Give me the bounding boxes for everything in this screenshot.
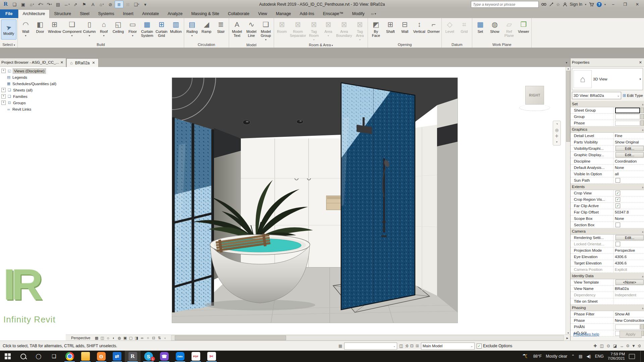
model-text-button[interactable]: AModelText <box>230 19 244 38</box>
property-value-detail-level[interactable]: Fine <box>613 133 644 139</box>
render-icon[interactable]: ◍ <box>116 336 122 340</box>
zalo-taskbar-button[interactable]: Zalo <box>172 351 188 362</box>
select-links-icon[interactable]: ✚ <box>593 344 597 348</box>
expand-icon[interactable]: + <box>1 101 6 105</box>
print-icon[interactable]: ▤ <box>54 1 62 8</box>
ramp-button[interactable]: ◢Ramp <box>199 19 214 34</box>
sidebar-item-sheets[interactable]: +❏Sheets (all) <box>0 87 66 93</box>
ph-n-input[interactable] <box>615 324 640 329</box>
reveal-hidden-icon[interactable]: ○ <box>145 336 151 340</box>
window-button[interactable]: ⊞Window <box>47 19 62 34</box>
model-line-button[interactable]: ∿ModelLine <box>244 19 259 38</box>
ribbon-tab-modify[interactable]: Modify <box>348 10 369 18</box>
property-value-parts-visibility[interactable]: Show Original <box>613 139 644 145</box>
expand-icon[interactable]: + <box>1 69 6 73</box>
ribbon-tab-architecture[interactable]: Architecture <box>18 9 50 18</box>
section-chevron-icon[interactable]: » <box>641 230 644 233</box>
help-caret-icon[interactable]: ▾ <box>604 3 606 6</box>
temporary-view-properties-icon[interactable]: ⊡ <box>151 336 156 340</box>
property-title-on-sheet[interactable]: Title on Sheet <box>571 298 644 305</box>
property-camera-position[interactable]: Camera PositionExplicit <box>571 266 644 273</box>
show-desktop-button[interactable] <box>640 351 642 362</box>
select-by-face-icon[interactable]: ◪ <box>613 344 617 348</box>
skype-taskbar-button[interactable]: S1 <box>141 351 156 362</box>
communication-center-icon[interactable] <box>549 2 553 7</box>
section-chevron-icon[interactable]: » <box>641 274 644 278</box>
navbar-expand-icon[interactable]: ▾ <box>556 140 557 144</box>
weather-temperature[interactable]: 88°F <box>533 354 542 359</box>
phase-input[interactable] <box>615 121 640 126</box>
view-tab-bra02a[interactable]: ⌂ BRa02a ✕ <box>66 58 99 67</box>
property-value-rendering-setti-[interactable]: Edit... <box>613 235 644 241</box>
scroll-up-icon[interactable]: ▴ <box>568 67 569 70</box>
ribbon-tab-enscape-[interactable]: Enscape™ <box>319 10 348 18</box>
cortana-icon[interactable]: ◯ <box>31 351 46 362</box>
sun-path-checkbox[interactable] <box>615 178 620 183</box>
panel-label-room-area[interactable]: Room & Area ▾ <box>275 42 367 48</box>
property-value-far-clip-active[interactable]: ✓ <box>613 203 644 209</box>
action-center-icon[interactable] <box>629 354 635 359</box>
model-group-button[interactable]: ❑ModelGroup▼ <box>259 19 273 42</box>
section-chevron-icon[interactable]: » <box>641 306 644 309</box>
property-projection-mode[interactable]: Projection ModePerspective <box>571 247 644 254</box>
expand-icon[interactable]: + <box>1 94 6 99</box>
save-icon[interactable]: ▣ <box>19 1 28 8</box>
open-icon[interactable]: ❏ <box>10 1 19 8</box>
crop-lock-icon[interactable]: ◨ <box>133 336 139 340</box>
property-view-template[interactable]: View Template<None> <box>571 279 644 286</box>
hide-isolate-icon[interactable]: ∞ <box>139 336 145 340</box>
help-search-input[interactable] <box>471 1 539 8</box>
property-value-projection-mode[interactable]: Perspective <box>613 247 644 253</box>
sheet-group-browse-button[interactable] <box>640 108 644 113</box>
property-detail-level[interactable]: Detail LevelFine <box>571 133 644 139</box>
close-button[interactable]: ✕ <box>633 2 642 7</box>
horizontal-scroll-thumb[interactable] <box>175 336 286 340</box>
shadows-icon[interactable]: ◐ <box>111 336 116 340</box>
select-pinned-icon[interactable]: ⊙ <box>607 344 610 348</box>
property-group[interactable]: Group <box>571 114 644 120</box>
ribbon-tab-collaborate[interactable]: Collaborate <box>224 10 254 18</box>
ribbon-tab-systems[interactable]: Systems <box>94 10 118 18</box>
property-view-name[interactable]: View NameBRa02a <box>571 286 644 292</box>
ribbon-tab-analyze[interactable]: Analyze <box>163 10 187 18</box>
property-target-elevation[interactable]: Target Elevation4306.6 <box>571 260 644 266</box>
property-value-section-box[interactable] <box>613 222 644 228</box>
worksets-dropdown[interactable]: ⌄ <box>344 343 397 350</box>
redo-icon[interactable]: ↷▾ <box>45 1 54 8</box>
far-right-wall[interactable] <box>437 99 458 312</box>
wall-button[interactable]: ◠Wall▼ <box>18 19 33 38</box>
property-phase[interactable]: Phase <box>571 120 644 126</box>
drawing-area[interactable]: RIGHT ◔ ◎ ✛ ▾ <box>66 67 566 335</box>
task-view-icon[interactable]: ❑ <box>46 351 62 362</box>
language-indicator[interactable]: ENG <box>595 354 604 359</box>
modify-button[interactable]: ➤ Modify <box>1 19 16 40</box>
type-selector-preview[interactable]: ⌂ 3D View ▾ <box>572 68 643 90</box>
viewcube[interactable]: RIGHT <box>525 86 544 105</box>
sidebar-item-legends[interactable]: ▤Legends <box>0 74 66 80</box>
horizontal-scrollbar[interactable] <box>171 335 564 341</box>
locked-orientat--checkbox[interactable] <box>615 242 620 246</box>
ribbon-tab-file[interactable]: File <box>0 9 18 18</box>
help-icon[interactable]: ? <box>597 2 602 7</box>
viewer-button[interactable]: ❐Viewer <box>516 19 531 34</box>
vertical-opening-button[interactable]: ↕Vertical <box>412 19 426 34</box>
property-value-visible-in-option[interactable]: all <box>613 171 644 177</box>
worksets-icon[interactable]: ▦ <box>338 344 342 348</box>
crop-region-icon[interactable]: ▢ <box>128 336 133 340</box>
weather-icon[interactable]: ☾☁ <box>525 353 529 359</box>
drag-on-selection-icon[interactable]: ↔ <box>620 344 624 348</box>
blender-taskbar-button[interactable]: ʘ <box>93 351 109 362</box>
ph-n-browse-button[interactable] <box>640 324 644 329</box>
type-caret-icon[interactable]: ▾ <box>639 77 643 81</box>
sidebar-item-groups[interactable]: +⊡Groups <box>0 100 66 106</box>
property-value-ph-n[interactable] <box>613 324 640 330</box>
property-value-far-clip-offset[interactable]: 50347.8 <box>613 209 644 215</box>
far-clip-active-checkbox[interactable]: ✓ <box>615 203 620 208</box>
zoom-icon[interactable]: ◎ <box>555 128 558 132</box>
section-box-checkbox[interactable] <box>615 223 620 227</box>
property-graphic-display-[interactable]: Graphic Display...Edit... <box>571 152 644 158</box>
aligned-dimension-icon[interactable]: ⇗ <box>71 1 80 8</box>
properties-help-link[interactable]: Properties help <box>573 332 599 336</box>
property-value-title-on-sheet[interactable] <box>613 298 644 304</box>
design-options-icon[interactable]: ⊡ <box>410 344 414 348</box>
